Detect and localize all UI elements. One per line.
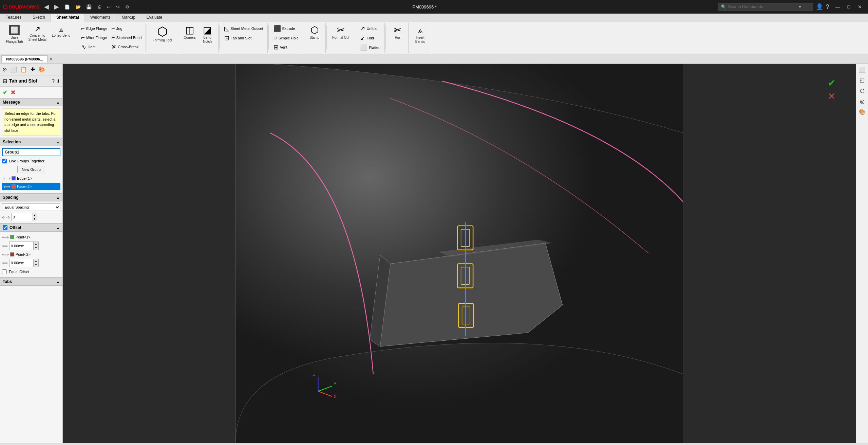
link-groups-checkbox[interactable] (2, 159, 7, 163)
offset-section-header[interactable]: Offset ▲ (0, 224, 62, 232)
tab-features[interactable]: Features (0, 14, 27, 22)
selection-section: Selection ▲ Group1 Link Groups Together … (0, 138, 62, 193)
link-groups-row: Link Groups Together (2, 158, 60, 164)
flatten-button[interactable]: ⬜ Flatten (359, 43, 382, 52)
right-panel-btn-2[interactable]: ◱ (858, 76, 866, 85)
close-button[interactable]: ✕ (854, 3, 865, 11)
spacing-dropdown[interactable]: Equal Spacing Custom Spacing (2, 203, 60, 211)
save-button[interactable]: 💾 (84, 2, 94, 12)
panel-tool-5[interactable]: 🎨 (37, 65, 46, 74)
group1-box[interactable]: Group1 (2, 148, 60, 156)
search-input[interactable] (728, 4, 796, 9)
selection-section-header[interactable]: Selection ▲ (0, 138, 62, 146)
point-1-up-button[interactable]: ▲ (33, 242, 38, 246)
panel-tool-3[interactable]: 📋 (19, 65, 28, 74)
spacing-down-button[interactable]: ▼ (32, 217, 37, 221)
ribbon-group-unfold: ↗ Unfold ↙ Fold ⬜ Flatten (356, 23, 385, 53)
panel-info-button[interactable]: ℹ (57, 77, 60, 84)
vent-button[interactable]: ⊞ Vent (272, 43, 300, 52)
tab-and-slot-button[interactable]: ⊟ Tab and Slot (223, 34, 265, 42)
unfold-button[interactable]: ↗ Unfold (359, 24, 382, 33)
help-button[interactable]: ? (826, 3, 829, 11)
search-box[interactable]: 🔍 ▼ (718, 3, 813, 11)
edge-1-item[interactable]: ⟺ Edge<1> (2, 175, 60, 182)
confirm-cancel-button[interactable]: ✖ (11, 89, 16, 96)
undo-button[interactable]: ↩ (105, 2, 113, 12)
forming-tool-button[interactable]: ⬡ Forming Tool (150, 24, 174, 44)
cross-break-button[interactable]: ✕ Cross-Break (110, 42, 143, 51)
new-group-button[interactable]: New Group (17, 166, 45, 173)
print-button[interactable]: 🖨 (95, 2, 103, 12)
ribbon-content: 🔲 BaseFlange/Tab ↗ Convert toSheet Metal… (0, 22, 868, 54)
lofted-bend-button[interactable]: ⟁ Lofted-Bend (50, 24, 73, 39)
edge-flange-button[interactable]: ⌐ Edge Flange (80, 24, 109, 33)
bend-notch-button[interactable]: ◪ BendNotch (199, 24, 215, 45)
tab-markup[interactable]: Markup (116, 14, 141, 22)
rip-button[interactable]: ✂ Rip (389, 24, 405, 41)
maximize-button[interactable]: □ (844, 3, 854, 11)
tab-evaluate[interactable]: Evaluate (141, 14, 168, 22)
sep8 (385, 25, 386, 49)
model-svg: Y X Z (63, 64, 856, 443)
equal-offset-checkbox[interactable] (2, 269, 7, 274)
minimize-button[interactable]: — (832, 3, 844, 11)
tab-weldments[interactable]: Weldments (85, 14, 116, 22)
panel-tool-2[interactable]: ⬜ (9, 65, 18, 74)
confirm-ok-button[interactable]: ✔ (3, 89, 8, 96)
point-2-offset-input[interactable] (10, 260, 33, 266)
point-1-offset-input[interactable] (10, 243, 33, 249)
sheet-metal-gusset-button[interactable]: ◺ Sheet Metal Gusset (223, 24, 265, 33)
point-2-down-button[interactable]: ▼ (33, 263, 38, 267)
ribbon-group-extrude: ⬛ Extrude ○ Simple Hole ⊞ Vent (269, 23, 303, 53)
point-2-up-button[interactable]: ▲ (33, 259, 38, 263)
right-panel-btn-1[interactable]: ⬜ (857, 65, 867, 74)
hem-button[interactable]: ∿ Hem (80, 42, 109, 51)
doc-tab[interactable]: PM009696 (PM0096... (1, 55, 48, 63)
miter-flange-button[interactable]: ⌐ Miter Flange (80, 33, 109, 42)
convert-to-sheet-metal-button[interactable]: ↗ Convert toSheet Metal (26, 24, 48, 43)
stamp-button[interactable]: ⬡ Stamp (306, 24, 323, 41)
insert-bends-button[interactable]: ⟁ InsertBends (412, 24, 428, 45)
redo-button[interactable]: ↪ (114, 2, 122, 12)
new-button[interactable]: 📄 (62, 2, 72, 12)
sketched-bend-button[interactable]: ⌐ Sketched Bend (110, 33, 143, 42)
right-panel-btn-5[interactable]: 🎨 (857, 107, 867, 117)
panel-tool-4[interactable]: ✚ (30, 65, 36, 74)
right-panel-btn-3[interactable]: ⬡ (858, 86, 866, 95)
jog-button[interactable]: ⌐ Jog (110, 24, 143, 33)
tabs-section-header[interactable]: Tabs ▲ (0, 278, 62, 286)
open-button[interactable]: 📂 (73, 2, 83, 12)
doc-tab-close[interactable]: ✕ (49, 56, 53, 62)
bend-notch-icon: ◪ (203, 25, 212, 35)
face-2-item[interactable]: ⟺ Face<2> (2, 183, 60, 190)
right-panel-btn-4[interactable]: ◎ (858, 97, 866, 106)
nav-forward-button[interactable]: ▶ (52, 2, 61, 12)
point-2-color (10, 252, 14, 256)
panel-tool-1[interactable]: ⊙ (1, 65, 8, 74)
nav-back-button[interactable]: ◀ (42, 2, 51, 12)
tab-sketch[interactable]: Sketch (27, 14, 51, 22)
point-1-down-button[interactable]: ▼ (33, 246, 38, 250)
message-section-header[interactable]: Message ▲ (0, 98, 62, 106)
tab-sheet-metal[interactable]: Sheet Metal (51, 14, 85, 22)
offset-enable-checkbox[interactable] (3, 225, 7, 230)
panel-help-button[interactable]: ? (51, 77, 55, 84)
insert-bends-icon: ⟁ (417, 25, 423, 35)
spacing-section-header[interactable]: Spacing ▲ (0, 193, 62, 201)
extrude-icon: ⬛ (273, 25, 281, 32)
viewport-cancel-button[interactable]: ✕ (828, 91, 835, 102)
search-dropdown-icon[interactable]: ▼ (798, 4, 802, 9)
spacing-up-button[interactable]: ▲ (32, 213, 37, 217)
base-flange-button[interactable]: 🔲 BaseFlange/Tab (4, 24, 25, 45)
simple-hole-button[interactable]: ○ Simple Hole (272, 34, 300, 42)
extrude-button[interactable]: ⬛ Extrude (272, 24, 300, 33)
ribbon: Features Sketch Sheet Metal Weldments Ma… (0, 14, 868, 54)
normal-cut-button[interactable]: ✂ Normal Cut (330, 24, 352, 41)
point-1-color (10, 235, 14, 239)
spacing-value-input[interactable] (12, 214, 32, 220)
options-button[interactable]: ⚙ (123, 2, 131, 12)
viewport-ok-button[interactable]: ✔ (828, 77, 835, 89)
user-button[interactable]: 👤 (816, 3, 823, 11)
fold-button[interactable]: ↙ Fold (359, 34, 382, 42)
corners-button[interactable]: ◫ Corners (182, 24, 198, 41)
